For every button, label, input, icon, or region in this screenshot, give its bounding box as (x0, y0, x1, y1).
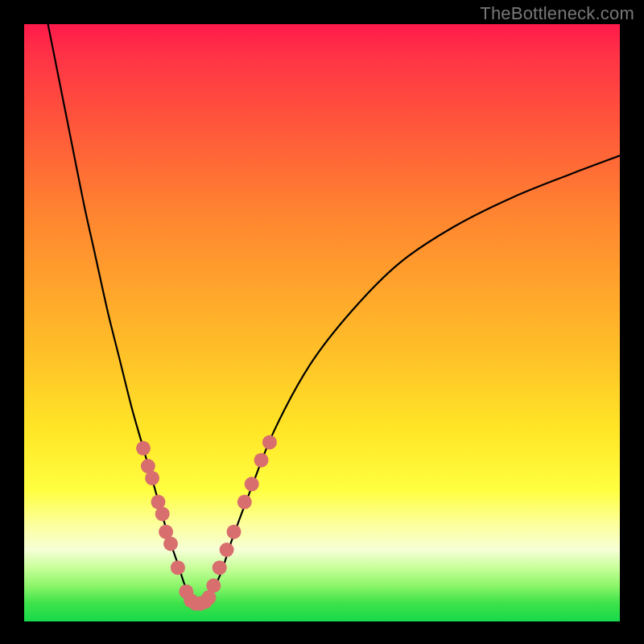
watermark-text: TheBottleneck.com (480, 3, 634, 24)
chart-frame: TheBottleneck.com (0, 0, 644, 644)
marker-dot (155, 506, 170, 521)
marker-dot (163, 537, 178, 551)
bottleneck-curve (48, 24, 620, 605)
marker-dot (220, 543, 234, 557)
chart-svg (24, 24, 620, 621)
marker-dot (206, 579, 221, 593)
marker-dot (227, 525, 242, 539)
marker-dot (254, 453, 269, 468)
marker-dot (213, 560, 227, 575)
marker-dot (262, 435, 277, 449)
marker-dot (237, 495, 252, 510)
marker-dot (145, 471, 159, 485)
highlight-dots (136, 435, 277, 610)
marker-dot (245, 477, 259, 491)
marker-dot (171, 560, 185, 575)
plot-area (24, 24, 620, 621)
marker-dot (136, 441, 151, 456)
